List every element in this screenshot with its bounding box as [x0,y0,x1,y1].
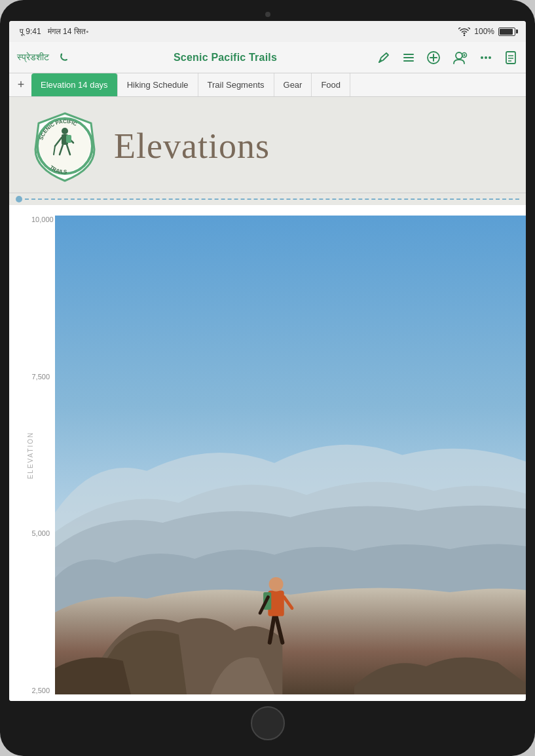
status-time: पू 9:41 मंगल 14 सित॰ [20,27,88,36]
ipad-frame: पू 9:41 मंगल 14 सित॰ 100% [0,0,535,756]
battery-icon [498,28,515,36]
wifi-icon [458,28,470,36]
svg-point-11 [485,56,487,59]
camera-dot [265,12,270,17]
tab-hiking-schedule[interactable]: Hiking Schedule [118,73,198,96]
add-icon[interactable] [426,50,441,65]
y-label-2500: 2,500 [31,687,50,694]
battery-percent: 100% [474,27,494,36]
svg-point-19 [62,128,68,134]
format-icon[interactable] [504,50,518,65]
battery-tip [516,29,518,33]
y-axis-title: ELEVATION [27,431,34,479]
home-button[interactable] [251,706,285,740]
spreadsheet-link[interactable]: स्प्रेडशीट [17,52,49,63]
battery-fill [500,29,513,35]
svg-rect-3 [403,60,414,62]
toolbar: स्प्रेडशीट Scenic Pacific Trails [9,42,526,73]
svg-point-10 [481,56,483,59]
tab-trail-segments[interactable]: Trail Segments [198,73,274,96]
chart-display-area [55,216,526,694]
logo-badge: SCENIC PACIFIC TRAILS [29,110,101,182]
dashed-separator [9,193,526,205]
svg-rect-13 [506,52,515,64]
page-title: Elevations [114,126,270,166]
status-right: 100% [458,27,515,36]
svg-rect-24 [66,135,71,143]
tabs-bar: + Elevation 14 days Hiking Schedule Trai… [9,73,526,97]
svg-point-7 [456,52,462,59]
tab-elevation-14-days[interactable]: Elevation 14 days [31,73,118,96]
screen: पू 9:41 मंगल 14 सित॰ 100% [9,21,526,701]
add-tab-button[interactable]: + [10,73,31,96]
tab-food[interactable]: Food [312,73,350,96]
date-display: मंगल 14 सित॰ [48,27,88,36]
svg-rect-1 [403,54,414,55]
pencil-icon[interactable] [377,50,391,65]
toolbar-left: स्प्रेडशीट [17,48,74,67]
y-label-10000: 10,000 [31,216,50,223]
filter-icon[interactable] [401,50,416,65]
anchor-dot [16,196,22,202]
status-bar: पू 9:41 मंगल 14 सित॰ 100% [9,21,526,42]
time-display: पू 9:41 [20,27,41,36]
collaborate-icon[interactable] [451,50,468,65]
sheet-header: SCENIC PACIFIC TRAILS Elevations [9,97,526,193]
svg-point-33 [269,577,284,592]
mountain-photo [55,216,526,694]
dashed-line [25,198,519,200]
svg-point-12 [489,56,491,59]
more-icon[interactable] [479,50,493,65]
svg-point-9 [463,54,465,56]
svg-point-0 [464,34,465,35]
y-label-7500: 7,500 [31,373,50,381]
undo-button[interactable] [56,48,74,67]
toolbar-right [377,50,518,65]
tab-gear[interactable]: Gear [274,73,312,96]
app-title: Scenic Pacific Trails [174,52,277,64]
chart-section: ELEVATION 10,000 7,500 5,000 2,500 [9,205,526,701]
svg-rect-2 [403,57,414,58]
y-axis: ELEVATION 10,000 7,500 5,000 2,500 [9,216,55,694]
content-area: SCENIC PACIFIC TRAILS Elevations [9,97,526,701]
y-label-5000: 5,000 [31,529,50,537]
